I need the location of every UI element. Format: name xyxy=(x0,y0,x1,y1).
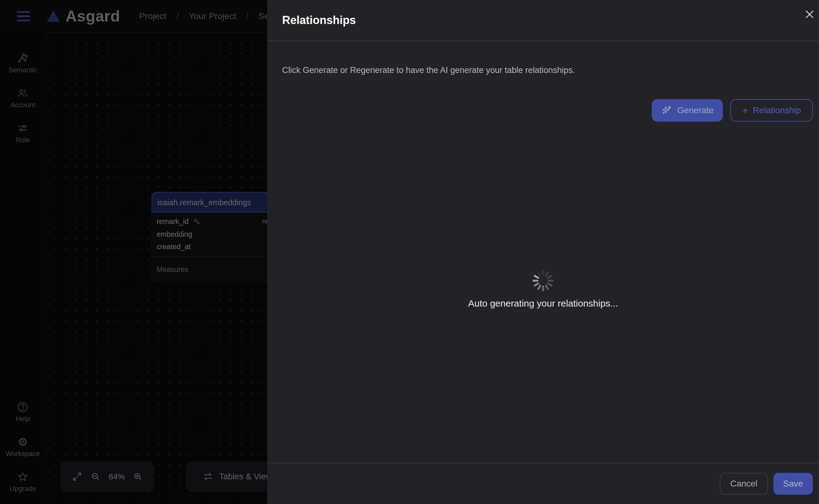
cancel-button[interactable]: Cancel xyxy=(720,473,768,495)
sparkle-icon xyxy=(661,105,672,116)
modal-header: Relationships xyxy=(267,0,819,41)
modal-footer: Cancel Save xyxy=(267,463,819,504)
save-button[interactable]: Save xyxy=(773,473,813,495)
instruction-text: Click Generate or Regenerate to have the… xyxy=(282,65,575,75)
close-icon[interactable] xyxy=(802,7,817,22)
loading-state: Auto generating your relationships... xyxy=(267,270,819,309)
relationships-modal: Relationships Click Generate or Regenera… xyxy=(267,0,819,504)
relationship-label: Relationship xyxy=(753,105,801,115)
actions-row: Generate + Relationship xyxy=(652,99,813,122)
modal-body: Click Generate or Regenerate to have the… xyxy=(267,41,819,463)
generate-button[interactable]: Generate xyxy=(652,99,723,122)
plus-icon: + xyxy=(742,105,749,116)
modal-title: Relationships xyxy=(282,14,356,27)
loading-text: Auto generating your relationships... xyxy=(468,298,618,309)
add-relationship-button[interactable]: + Relationship xyxy=(730,99,813,122)
generate-label: Generate xyxy=(677,105,714,115)
loading-spinner-icon xyxy=(532,270,554,291)
app-root: Asgard Project / Your Project / Semantic… xyxy=(0,0,819,504)
